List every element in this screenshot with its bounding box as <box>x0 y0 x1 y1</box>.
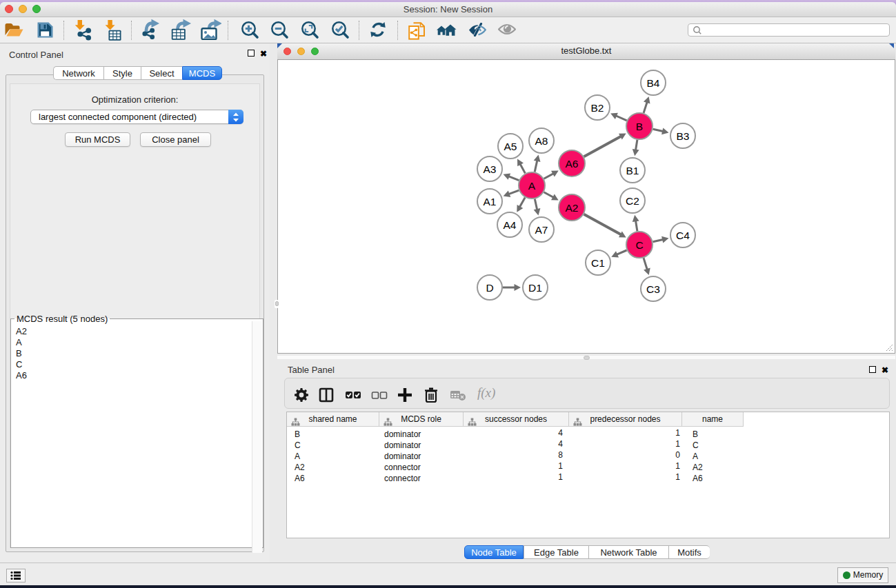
svg-text:C2: C2 <box>626 195 639 207</box>
svg-text:C1: C1 <box>591 257 605 269</box>
svg-text:A5: A5 <box>504 141 517 152</box>
svg-text:D: D <box>486 282 493 294</box>
svg-text:B1: B1 <box>626 165 639 176</box>
svg-text:A: A <box>528 180 536 192</box>
svg-text:A8: A8 <box>535 135 548 147</box>
svg-text:C3: C3 <box>646 283 660 295</box>
svg-text:A6: A6 <box>566 158 579 170</box>
svg-text:A3: A3 <box>484 163 497 175</box>
svg-text:A1: A1 <box>484 196 497 207</box>
svg-text:B: B <box>636 121 643 132</box>
svg-text:B4: B4 <box>647 77 660 89</box>
svg-text:A4: A4 <box>504 219 517 231</box>
svg-text:D1: D1 <box>528 282 542 294</box>
svg-text:C4: C4 <box>676 230 690 241</box>
svg-text:B2: B2 <box>591 102 604 114</box>
svg-text:A2: A2 <box>566 202 579 214</box>
svg-text:B3: B3 <box>677 130 690 142</box>
svg-text:C: C <box>635 239 643 251</box>
svg-text:A7: A7 <box>535 224 548 236</box>
